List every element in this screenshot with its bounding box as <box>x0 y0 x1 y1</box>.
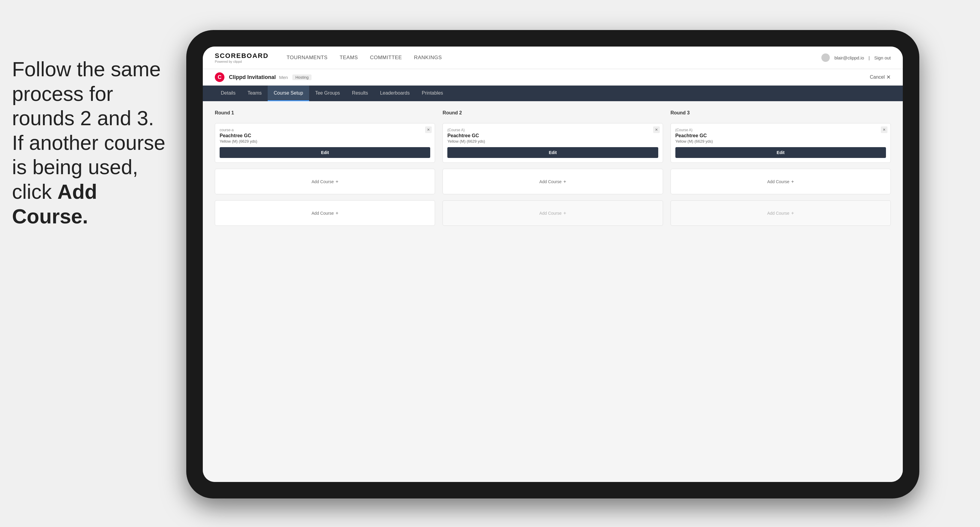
round-2-label: Round 2 <box>442 110 663 116</box>
nav-separator: | <box>869 55 870 60</box>
instruction-panel: Follow the same process for rounds 2 and… <box>0 48 186 238</box>
round-3-course-card: ✕ (Course A) Peachtree GC Yellow (M) (66… <box>671 123 891 163</box>
brand-logo: SCOREBOARD Powered by clippd <box>215 52 269 63</box>
round-1-edit-button[interactable]: Edit <box>220 147 430 158</box>
round-1-add-course-1-label: Add Course <box>312 179 334 184</box>
round-3-add-plus-1-icon: + <box>791 179 794 184</box>
rounds-grid: Round 1 ✕ course-a Peachtree GC Yellow (… <box>215 110 891 226</box>
sub-header: C Clippd Invitational Men Hosting Cancel… <box>203 69 903 86</box>
tournament-type: Men <box>279 75 288 80</box>
user-avatar <box>821 54 830 62</box>
round-1-add-course-2[interactable]: Add Course + <box>215 200 435 226</box>
round-3-add-course-1[interactable]: Add Course + <box>671 169 891 194</box>
c-logo-icon: C <box>215 72 224 82</box>
round-3-column: Round 3 ✕ (Course A) Peachtree GC Yellow… <box>671 110 891 226</box>
tab-leaderboards[interactable]: Leaderboards <box>374 86 416 101</box>
round-1-add-course-2-label: Add Course <box>312 211 334 216</box>
user-email: blair@clippd.io <box>834 55 864 60</box>
round-2-edit-button[interactable]: Edit <box>447 147 658 158</box>
round-2-add-course-1[interactable]: Add Course + <box>442 169 663 194</box>
tablet-device: SCOREBOARD Powered by clippd TOURNAMENTS… <box>186 30 919 498</box>
nav-rankings[interactable]: RANKINGS <box>414 53 442 62</box>
round-2-add-plus-2-icon: + <box>563 211 566 216</box>
round-3-label: Round 3 <box>671 110 891 116</box>
round-2-course-card: ✕ (Course A) Peachtree GC Yellow (M) (66… <box>442 123 663 163</box>
round-1-label: Round 1 <box>215 110 435 116</box>
sign-out-link[interactable]: Sign out <box>874 55 891 60</box>
round-3-add-course-2-label: Add Course <box>767 211 789 216</box>
top-navigation: SCOREBOARD Powered by clippd TOURNAMENTS… <box>203 46 903 69</box>
nav-tournaments[interactable]: TOURNAMENTS <box>286 53 328 62</box>
round-3-course-name: Peachtree GC <box>675 133 886 138</box>
round-3-add-plus-2-icon: + <box>791 211 794 216</box>
sub-header-left: C Clippd Invitational Men Hosting <box>215 72 870 82</box>
brand-subtitle: Powered by clippd <box>215 60 269 63</box>
round-1-delete-button[interactable]: ✕ <box>425 126 432 133</box>
round-2-column: Round 2 ✕ (Course A) Peachtree GC Yellow… <box>442 110 663 226</box>
round-1-course-name: Peachtree GC <box>220 133 430 138</box>
cancel-button[interactable]: Cancel ✕ <box>870 74 891 81</box>
round-1-add-plus-2-icon: + <box>336 211 338 216</box>
round-3-edit-button[interactable]: Edit <box>675 147 886 158</box>
tablet-screen: SCOREBOARD Powered by clippd TOURNAMENTS… <box>203 46 903 482</box>
round-1-course-detail: Yellow (M) (6629 yds) <box>220 139 430 143</box>
hosting-badge: Hosting <box>292 75 312 80</box>
round-2-course-name: Peachtree GC <box>447 133 658 138</box>
round-3-add-course-1-label: Add Course <box>767 179 789 184</box>
round-2-course-type: (Course A) <box>447 128 658 132</box>
round-2-add-course-2: Add Course + <box>442 200 663 226</box>
round-2-add-course-2-label: Add Course <box>539 211 562 216</box>
round-3-add-course-2: Add Course + <box>671 200 891 226</box>
round-1-course-card: ✕ course-a Peachtree GC Yellow (M) (6629… <box>215 123 435 163</box>
round-1-add-plus-1-icon: + <box>336 179 338 184</box>
nav-links: TOURNAMENTS TEAMS COMMITTEE RANKINGS <box>286 53 822 62</box>
nav-right: blair@clippd.io | Sign out <box>821 54 891 62</box>
round-1-course-type: course-a <box>220 128 430 132</box>
tournament-name: Clippd Invitational Men <box>229 74 288 81</box>
round-2-add-plus-1-icon: + <box>563 179 566 184</box>
instruction-bold: Add Course. <box>12 180 97 228</box>
round-3-delete-button[interactable]: ✕ <box>881 126 888 133</box>
round-2-course-detail: Yellow (M) (6629 yds) <box>447 139 658 143</box>
nav-teams[interactable]: TEAMS <box>339 53 358 62</box>
instruction-text: Follow the same process for rounds 2 and… <box>12 58 165 228</box>
round-3-course-detail: Yellow (M) (6629 yds) <box>675 139 886 143</box>
tab-tee-groups[interactable]: Tee Groups <box>309 86 346 101</box>
round-2-add-course-1-label: Add Course <box>539 179 562 184</box>
round-1-add-course-1[interactable]: Add Course + <box>215 169 435 194</box>
tab-printables[interactable]: Printables <box>416 86 449 101</box>
tab-results[interactable]: Results <box>346 86 374 101</box>
tab-details[interactable]: Details <box>215 86 242 101</box>
round-1-column: Round 1 ✕ course-a Peachtree GC Yellow (… <box>215 110 435 226</box>
main-content: Round 1 ✕ course-a Peachtree GC Yellow (… <box>203 101 903 482</box>
tab-teams[interactable]: Teams <box>242 86 268 101</box>
round-3-course-type: (Course A) <box>675 128 886 132</box>
round-2-delete-button[interactable]: ✕ <box>653 126 660 133</box>
nav-committee[interactable]: COMMITTEE <box>370 53 402 62</box>
tab-course-setup[interactable]: Course Setup <box>268 86 309 101</box>
brand-title: SCOREBOARD <box>215 52 269 60</box>
tabs-bar: Details Teams Course Setup Tee Groups Re… <box>203 86 903 101</box>
cancel-x-icon: ✕ <box>886 74 891 81</box>
